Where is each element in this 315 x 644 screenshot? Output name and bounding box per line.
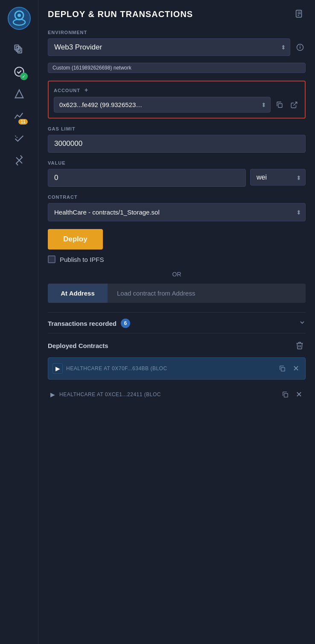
delete-all-contracts-btn[interactable]	[294, 339, 306, 351]
transactions-chevron	[299, 319, 306, 328]
environment-row: Web3 Provider ⬍	[48, 38, 306, 56]
publish-ipfs-checkbox[interactable]	[48, 255, 55, 263]
deployed-header: Deployed Contracts	[48, 339, 306, 351]
external-link-account-btn[interactable]	[289, 99, 300, 110]
account-section: ACCOUNT + 0x623...fe492 (99.9326523… ⬍	[48, 81, 306, 119]
sidebar-item-analytics[interactable]: 11	[10, 107, 29, 125]
svg-marker-8	[15, 90, 23, 98]
value-input[interactable]	[48, 169, 246, 187]
contract-select[interactable]: HealthCare - contracts/1_Storage.sol	[48, 203, 306, 221]
or-divider: OR	[48, 271, 306, 278]
svg-line-17	[294, 102, 297, 105]
unit-select[interactable]: wei gwei finney ether	[250, 169, 306, 186]
contract-section: CONTRACT HealthCare - contracts/1_Storag…	[48, 194, 306, 221]
sidebar-item-deploy[interactable]: ✓	[10, 62, 29, 81]
account-row: 0x623...fe492 (99.9326523… ⬍	[54, 97, 300, 113]
contract-address-1: HEALTHCARE AT 0XCE1...22411 (BLOC	[59, 392, 277, 397]
contract-address-0: HEALTHCARE AT 0X70F...634BB (BLOC	[66, 366, 274, 371]
sidebar-item-git[interactable]	[10, 84, 29, 103]
copy-contract-1-btn[interactable]	[280, 389, 291, 400]
remove-contract-1-btn[interactable]: ✕	[294, 388, 304, 401]
contract-select-wrap: HealthCare - contracts/1_Storage.sol ⬍	[48, 203, 306, 221]
sidebar: ✓ 11	[0, 0, 38, 644]
svg-point-3	[18, 14, 21, 17]
deployed-contract-1: ▶ HEALTHCARE AT 0XCE1...22411 (BLOC ✕	[48, 384, 306, 405]
svg-rect-16	[278, 104, 282, 107]
environment-label: ENVIRONMENT	[48, 30, 306, 35]
main-panel: DEPLOY & RUN TRANSACTIONS ENVIRONMENT We…	[38, 0, 315, 644]
sidebar-item-verify[interactable]	[10, 129, 29, 148]
environment-select[interactable]: Web3 Provider	[48, 38, 290, 56]
value-row: wei gwei finney ether ⬍	[48, 169, 306, 187]
network-badge: Custom (1619892626698) network	[48, 63, 306, 73]
environment-select-wrap: Web3 Provider ⬍	[48, 38, 290, 56]
expand-contract-0-btn[interactable]: ▶	[52, 363, 63, 374]
value-label: VALUE	[48, 160, 306, 165]
header: DEPLOY & RUN TRANSACTIONS	[48, 8, 306, 20]
account-select-wrap: 0x623...fe492 (99.9326523… ⬍	[54, 97, 271, 113]
gas-limit-label: GAS LIMIT	[48, 126, 306, 131]
contract-label: CONTRACT	[48, 194, 306, 200]
deployed-contract-0: ▶ HEALTHCARE AT 0X70F...634BB (BLOC ✕	[48, 357, 306, 380]
analytics-badge: 11	[18, 119, 27, 125]
account-label: ACCOUNT +	[54, 87, 300, 93]
document-icon-btn[interactable]	[293, 8, 306, 20]
deployed-title: Deployed Contracts	[48, 342, 108, 349]
environment-section: ENVIRONMENT Web3 Provider ⬍ Custom (1619…	[48, 30, 306, 73]
deployed-contracts-section: Deployed Contracts ▶ HEALTHCARE AT 0X70F…	[48, 333, 306, 405]
publish-ipfs-row: Publish to IPFS	[48, 255, 306, 263]
transactions-badge: 6	[121, 319, 130, 328]
transactions-title: Transactions recorded 6	[48, 319, 130, 328]
transactions-section: Transactions recorded 6	[48, 312, 306, 328]
sidebar-item-plugin[interactable]	[10, 151, 29, 170]
load-contract-button[interactable]: Load contract from Address	[108, 284, 306, 303]
active-check-overlay: ✓	[20, 73, 28, 80]
remove-contract-0-btn[interactable]: ✕	[291, 362, 301, 375]
app-logo[interactable]	[7, 6, 32, 32]
copy-account-btn[interactable]	[274, 99, 285, 110]
sidebar-item-files[interactable]	[10, 40, 29, 59]
account-select[interactable]: 0x623...fe492 (99.9326523…	[54, 97, 271, 113]
gas-limit-section: GAS LIMIT	[48, 126, 306, 153]
svg-rect-5	[16, 46, 20, 52]
deploy-button[interactable]: Deploy	[48, 229, 103, 249]
svg-rect-18	[281, 367, 285, 371]
environment-info-btn[interactable]	[295, 42, 306, 53]
value-section: VALUE wei gwei finney ether ⬍	[48, 160, 306, 187]
address-row: At Address Load contract from Address	[48, 284, 306, 303]
at-address-button[interactable]: At Address	[48, 284, 108, 303]
unit-select-wrap: wei gwei finney ether ⬍	[250, 169, 306, 187]
transactions-header[interactable]: Transactions recorded 6	[48, 319, 306, 328]
svg-point-15	[300, 45, 300, 46]
add-account-icon[interactable]: +	[85, 87, 88, 93]
publish-ipfs-label: Publish to IPFS	[60, 256, 104, 263]
page-title: DEPLOY & RUN TRANSACTIONS	[48, 9, 193, 19]
svg-rect-19	[284, 393, 288, 397]
gas-limit-input[interactable]	[48, 135, 306, 153]
copy-contract-0-btn[interactable]	[277, 363, 288, 374]
